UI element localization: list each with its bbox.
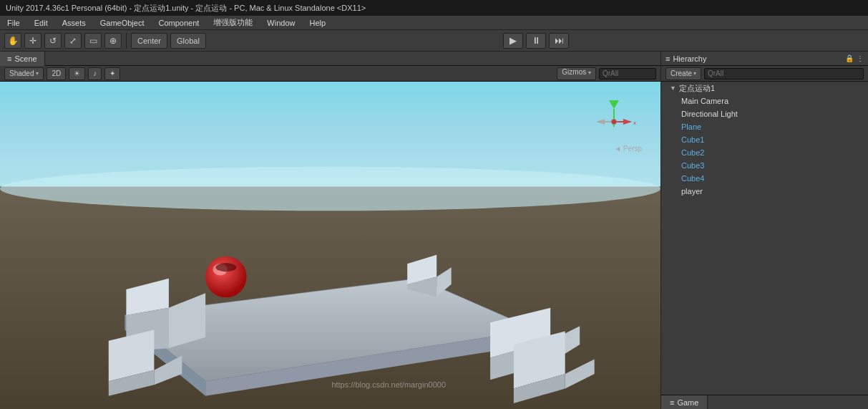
center-global-dropdown[interactable]: Center (131, 33, 167, 49)
hierarchy-item-directional-light[interactable]: Directional Light (661, 107, 868, 120)
hierarchy-label: Hierarchy (673, 54, 706, 63)
menu-gameobject[interactable]: GameObject (96, 18, 149, 28)
hierarchy-lock: 🔒 ⋮ (845, 54, 864, 62)
directional-light-label: Directional Light (681, 110, 738, 118)
fx-button[interactable]: ✦ (104, 67, 120, 80)
gizmos-arrow: ▾ (588, 69, 591, 76)
svg-point-2 (0, 167, 660, 211)
axis-gizmo: x (589, 95, 639, 145)
hierarchy-item-cube1[interactable]: Cube1 (661, 133, 868, 146)
title-text: Unity 2017.4.36c1 Personal (64bit) - 定点运… (6, 3, 366, 14)
cube4-label: Cube4 (681, 174, 704, 183)
hierarchy-item-main-camera[interactable]: Main Camera (661, 95, 868, 107)
step-button[interactable]: ⏭ (549, 33, 569, 49)
move-tool-button[interactable]: ✛ (24, 33, 42, 49)
expand-icon-root: ▼ (670, 85, 676, 92)
audio-button[interactable]: ♪ (88, 67, 102, 80)
scale-tool-button[interactable]: ⤢ (64, 33, 82, 49)
scene-tab-icon: ≡ (7, 54, 11, 63)
cube1-label: Cube1 (681, 135, 704, 144)
hierarchy-item-cube2[interactable]: Cube2 (661, 146, 868, 159)
lock-icon: 🔒 (845, 54, 854, 62)
game-tab[interactable]: ≡ Game (661, 395, 708, 410)
main-layout: ≡ Scene Shaded ▾ 2D ☀ ♪ ✦ Gizmos ▾ (0, 52, 868, 409)
game-tab-label: Game (677, 398, 698, 407)
rotate-tool-button[interactable]: ↺ (44, 33, 62, 49)
hierarchy-panel: ≡ Hierarchy 🔒 ⋮ Create ▾ ▼ 定点运动1 M (660, 52, 868, 409)
create-button[interactable]: Create ▾ (665, 67, 701, 80)
global-label: Global (177, 37, 200, 45)
scene-panel: ≡ Scene Shaded ▾ 2D ☀ ♪ ✦ Gizmos ▾ (0, 52, 660, 409)
cube3-label: Cube3 (681, 161, 704, 170)
twod-label: 2D (52, 69, 61, 77)
hierarchy-scene-root[interactable]: ▼ 定点运动1 (661, 82, 868, 95)
scene-tab[interactable]: ≡ Scene (0, 52, 45, 66)
hierarchy-item-cube4[interactable]: Cube4 (661, 172, 868, 185)
toolbar: ✋ ✛ ↺ ⤢ ▭ ⊕ Center Global ▶ ⏸ ⏭ (0, 30, 868, 52)
hierarchy-item-cube3[interactable]: Cube3 (661, 159, 868, 172)
hierarchy-header: ≡ Hierarchy 🔒 ⋮ (661, 52, 868, 66)
svg-point-22 (205, 256, 246, 297)
axis-gizmo-svg: x (589, 95, 639, 145)
shaded-button[interactable]: Shaded ▾ (4, 67, 44, 80)
svg-text:x: x (633, 120, 636, 126)
scene-search-input[interactable] (599, 68, 656, 80)
hierarchy-item-plane[interactable]: Plane (661, 120, 868, 133)
bottom-tabs: ≡ Game (661, 395, 868, 409)
gizmos-button[interactable]: Gizmos ▾ (557, 67, 596, 80)
scene-toolbar: Shaded ▾ 2D ☀ ♪ ✦ Gizmos ▾ (0, 66, 660, 82)
main-camera-label: Main Camera (681, 97, 728, 105)
create-label: Create (670, 69, 692, 77)
hierarchy-icon: ≡ (665, 54, 670, 63)
transform-tool-button[interactable]: ⊕ (104, 33, 122, 49)
gizmos-label: Gizmos (562, 68, 586, 76)
menu-file[interactable]: File (3, 18, 24, 28)
shaded-arrow: ▾ (36, 70, 39, 77)
menu-component[interactable]: Component (154, 18, 203, 28)
svg-marker-25 (609, 100, 619, 109)
gizmos-area: Gizmos ▾ (557, 67, 656, 80)
toolbar-separator-1 (126, 33, 127, 49)
scene-svg (0, 82, 660, 409)
menu-edit[interactable]: Edit (30, 18, 52, 28)
rect-tool-button[interactable]: ▭ (84, 33, 102, 49)
pause-button[interactable]: ⏸ (526, 33, 546, 49)
scene-tab-bar: ≡ Scene (0, 52, 660, 66)
plane-label: Plane (681, 122, 701, 131)
hierarchy-content: ▼ 定点运动1 Main Camera Directional Light Pl… (661, 82, 868, 395)
center-label: Center (137, 37, 161, 45)
persp-label: ◄ Persp (614, 145, 642, 153)
scene-canvas-wrapper[interactable]: x ◄ Persp https://blog.csdn.net/margin00… (0, 82, 660, 409)
create-arrow: ▾ (693, 70, 696, 77)
svg-point-32 (612, 120, 616, 124)
scene-tab-label: Scene (14, 54, 36, 63)
twod-button[interactable]: 2D (47, 67, 66, 80)
menu-bar: File Edit Assets GameObject Component 增强… (0, 16, 868, 30)
scene-root-label: 定点运动1 (679, 83, 715, 94)
light-button[interactable]: ☀ (69, 67, 85, 80)
global-dropdown[interactable]: Global (170, 33, 206, 49)
menu-help[interactable]: Help (305, 18, 330, 28)
hierarchy-toolbar: Create ▾ (661, 66, 868, 82)
hierarchy-search-input[interactable] (704, 68, 864, 80)
cube2-label: Cube2 (681, 148, 704, 157)
menu-window[interactable]: Window (263, 18, 299, 28)
svg-point-24 (216, 263, 237, 271)
options-icon: ⋮ (857, 54, 864, 62)
player-label: player (681, 187, 703, 196)
hand-tool-button[interactable]: ✋ (4, 33, 21, 49)
menu-assets[interactable]: Assets (58, 18, 90, 28)
game-tab-icon: ≡ (670, 398, 674, 407)
shaded-label: Shaded (9, 69, 34, 77)
title-bar: Unity 2017.4.36c1 Personal (64bit) - 定点运… (0, 0, 868, 16)
menu-enhanced[interactable]: 增强版功能 (209, 16, 257, 29)
hierarchy-item-player[interactable]: player (661, 185, 868, 198)
play-button[interactable]: ▶ (503, 33, 523, 49)
